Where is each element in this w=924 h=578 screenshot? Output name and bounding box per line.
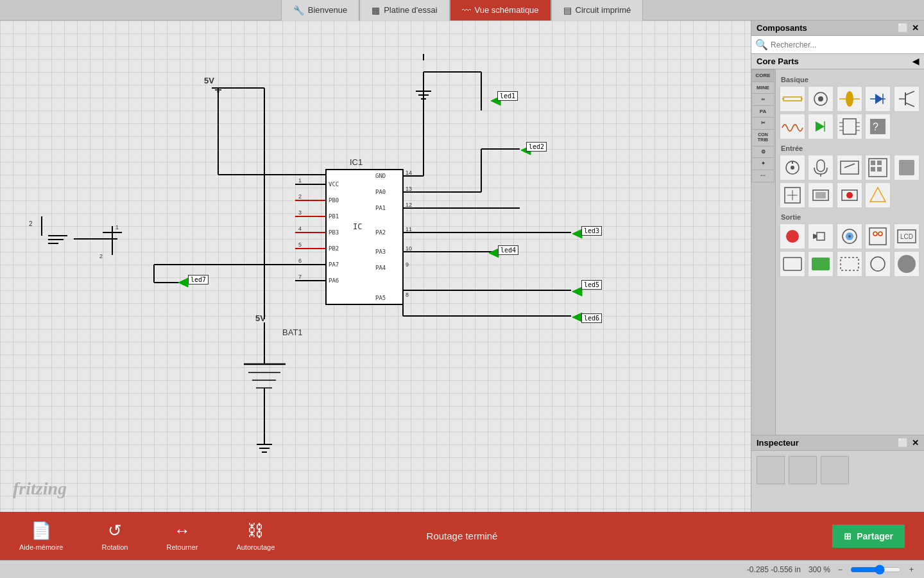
cat-core[interactable]: CORE [751,69,774,82]
svg-rect-117 [843,119,856,134]
led1-label: led1 [497,91,518,101]
part-inductor[interactable] [780,114,805,139]
part-output6[interactable] [780,251,805,277]
part-resistor[interactable] [780,86,805,112]
composants-expand-icon[interactable]: ⬜ [898,23,908,33]
zoom-minus-btn[interactable]: − [838,565,843,574]
svg-text:PA4: PA4 [375,265,386,271]
part-motor[interactable] [837,223,862,249]
svg-text:PA2: PA2 [375,229,386,236]
cat-pa[interactable]: PA [751,105,774,118]
insp-box-3 [821,456,849,484]
core-parts-header: Core Parts ◀ [751,54,924,69]
schematic-canvas[interactable]: 2 1 2 [0,21,751,512]
part-output9[interactable] [865,251,891,277]
part-output7[interactable] [808,251,834,277]
part-capacitor[interactable] [837,86,862,112]
cat-gear[interactable]: ⚙ [751,146,774,158]
svg-text:PB3: PB3 [329,229,339,236]
part-unknown[interactable]: ? [865,114,891,139]
svg-text:4: 4 [298,225,302,232]
svg-rect-137 [877,167,882,171]
part-display[interactable]: LCD [894,223,920,249]
section-basique: Basique [778,74,921,85]
cat-infinity[interactable]: ∞ [751,93,774,105]
part-sensor3[interactable] [808,182,834,208]
svg-rect-131 [841,161,859,174]
tab-bienvenue[interactable]: 🔧 Bienvenue [281,0,359,21]
rotation-icon: ↺ [108,521,122,541]
svg-rect-148 [817,232,825,240]
section-sortie: Sortie [778,212,921,222]
svg-line-113 [905,91,914,95]
part-sensor5[interactable] [865,182,891,208]
cat-dots[interactable]: ⋯ [751,170,774,182]
tab-platine[interactable]: ▦ Platine d'essai [359,0,449,21]
composants-close-icon[interactable]: ✕ [912,23,919,33]
part-rotary[interactable] [780,155,805,180]
inspecteur-close-icon[interactable]: ✕ [912,438,919,448]
svg-text:VCC: VCC [329,181,339,188]
part-sensor4[interactable] [837,182,862,208]
part-diode[interactable] [865,86,891,112]
svg-text:2: 2 [99,253,103,259]
composants-header-icons: ⬜ ✕ [898,23,919,33]
svg-point-104 [818,96,823,101]
svg-rect-160 [841,258,859,270]
svg-text:11: 11 [406,226,412,232]
part-speaker[interactable] [808,223,834,249]
part-relay[interactable] [865,223,891,249]
part-potentiometer[interactable] [808,86,834,112]
retourner-tool[interactable]: ↔ Retourner [166,521,198,551]
tab-circuit-imprime[interactable]: ▤ Circuit imprimé [551,0,644,21]
svg-marker-109 [875,94,883,104]
part-sensor1[interactable] [894,155,920,180]
cat-contrib[interactable]: CONTRIB [751,129,774,146]
cat-scissors[interactable]: ✂ [751,117,774,129]
aide-memoire-tool[interactable]: 📄 Aide-mémoire [19,521,63,551]
tab-circuit-label: Circuit imprimé [576,5,631,15]
part-output10[interactable] [894,251,920,277]
core-parts-collapse-icon[interactable]: ◀ [912,57,919,66]
tab-vue-schematique[interactable]: 〰 Vue schématique [450,0,551,21]
part-mic[interactable] [808,155,834,180]
cat-mine[interactable]: MINE [751,82,774,94]
svg-text:PA6: PA6 [329,277,339,284]
part-output8[interactable] [837,251,862,277]
part-keypad[interactable] [865,155,891,180]
autoroutage-tool[interactable]: ⛓ Autoroutage [236,521,275,551]
svg-text:2: 2 [298,193,302,200]
svg-text:PA1: PA1 [375,205,386,211]
part-sensor2[interactable] [780,182,805,208]
svg-point-127 [791,166,794,170]
part-ic[interactable] [837,114,862,139]
core-parts-label: Core Parts [757,57,799,66]
inspecteur-content [751,451,924,489]
parts-grid-basique: ? [778,85,921,141]
svg-text:6: 6 [298,258,302,264]
circuit-icon: ▤ [563,5,572,15]
svg-text:5: 5 [298,241,302,248]
routage-status-text: Routage terminé [427,530,498,541]
part-led[interactable] [808,114,834,139]
part-switch[interactable] [837,155,862,180]
svg-text:14: 14 [406,170,412,176]
cat-star[interactable]: ✦ [751,157,774,170]
inspecteur-expand-icon[interactable]: ⬜ [898,438,908,448]
bienvenue-icon: 🔧 [293,5,304,15]
svg-text:GND: GND [375,173,386,179]
rotation-tool[interactable]: ↺ Rotation [101,521,128,551]
svg-text:BAT1: BAT1 [282,328,303,337]
svg-text:IC: IC [353,222,362,231]
part-led-out[interactable] [780,223,805,249]
platine-icon: ▦ [372,5,380,15]
svg-rect-158 [783,258,801,270]
zoom-plus-btn[interactable]: + [909,565,914,574]
svg-rect-129 [817,160,825,171]
svg-text:PA3: PA3 [375,249,386,255]
search-input[interactable] [771,40,920,49]
partager-button[interactable]: ⊞ Partager [832,525,905,548]
part-transistor[interactable] [894,86,920,112]
svg-point-154 [873,232,877,236]
zoom-slider[interactable] [850,565,902,575]
